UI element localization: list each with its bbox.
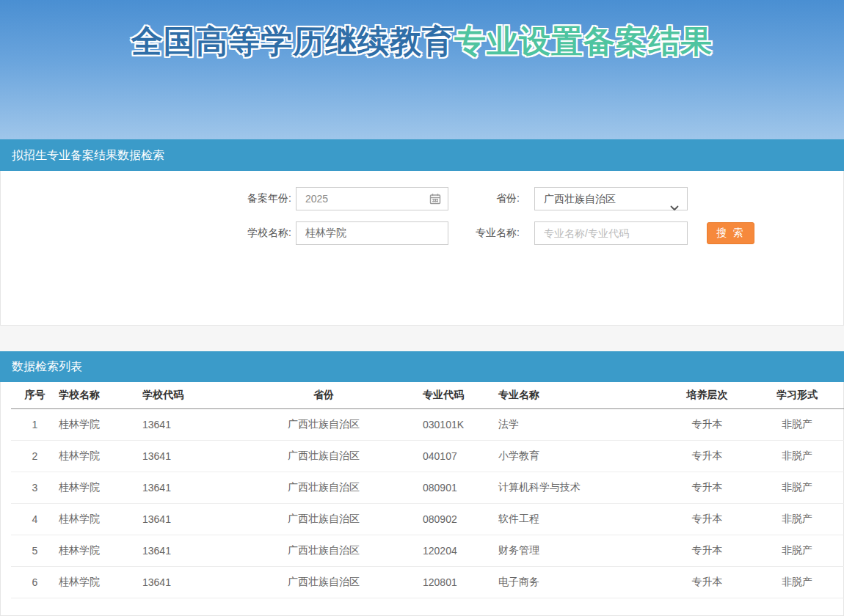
form-row-1: 备案年份: 省份: (170, 187, 843, 210)
form-row-2: 学校名称: 专业名称: 搜 索 (170, 221, 843, 245)
table-cell: 法学 (498, 408, 665, 440)
table-cell: 13641 (142, 535, 243, 566)
table-cell: 非脱产 (749, 440, 844, 472)
year-field (296, 187, 448, 210)
column-header: 专业名称 (498, 382, 665, 408)
table-cell: 13641 (142, 440, 243, 472)
table-row: 5桂林学院13641广西壮族自治区120204财务管理专升本非脱产 (11, 535, 844, 566)
table-cell: 040107 (404, 440, 498, 472)
table-cell: 非脱产 (749, 566, 844, 598)
table-cell: 软件工程 (498, 503, 665, 535)
table-cell: 桂林学院 (59, 408, 142, 440)
table-header-row: 序号学校名称学校代码省份专业代码专业名称培养层次学习形式 (11, 382, 844, 408)
table-cell: 6 (11, 566, 59, 598)
table-cell: 13641 (142, 566, 243, 598)
year-input[interactable] (296, 187, 448, 210)
table-cell: 广西壮族自治区 (243, 408, 404, 440)
table-cell: 广西壮族自治区 (243, 566, 404, 598)
table-cell: 专升本 (665, 535, 749, 566)
page-title: 全国高等学历继续教育专业设置备案结果 (0, 24, 844, 59)
year-label: 备案年份: (170, 192, 291, 205)
table-cell: 专升本 (665, 472, 749, 503)
table-cell: 非脱产 (749, 408, 844, 440)
table-cell: 3 (11, 472, 59, 503)
table-cell: 桂林学院 (59, 566, 142, 598)
page-title-part1: 全国高等学历继续教育 (131, 23, 454, 59)
table-cell: 计算机科学与技术 (498, 472, 665, 503)
results-table-head: 序号学校名称学校代码省份专业代码专业名称培养层次学习形式 (11, 382, 844, 408)
table-cell: 120204 (404, 535, 498, 566)
column-header: 学习形式 (749, 382, 844, 408)
table-cell: 13641 (142, 408, 243, 440)
table-cell: 非脱产 (749, 503, 844, 535)
results-panel: 数据检索列表 序号学校名称学校代码省份专业代码专业名称培养层次学习形式 1桂林学… (0, 351, 844, 616)
table-cell: 广西壮族自治区 (243, 535, 404, 566)
table-cell: 13641 (142, 472, 243, 503)
table-cell: 财务管理 (498, 535, 665, 566)
table-row: 1桂林学院13641广西壮族自治区030101K法学专升本非脱产 (11, 408, 844, 440)
table-cell: 030101K (404, 408, 498, 440)
chevron-down-icon (670, 197, 679, 219)
table-cell: 非脱产 (749, 472, 844, 503)
major-label: 专业名称: (448, 227, 520, 240)
major-field (534, 221, 688, 245)
table-cell: 2 (11, 440, 59, 472)
column-header: 学校名称 (59, 382, 142, 408)
table-cell: 电子商务 (498, 566, 665, 598)
major-input[interactable] (534, 221, 688, 245)
column-header: 学校代码 (142, 382, 243, 408)
table-row: 4桂林学院13641广西壮族自治区080902软件工程专升本非脱产 (11, 503, 844, 535)
table-row: 6桂林学院13641广西壮族自治区120801电子商务专升本非脱产 (11, 566, 844, 598)
results-panel-body: 序号学校名称学校代码省份专业代码专业名称培养层次学习形式 1桂林学院13641广… (0, 382, 844, 616)
table-cell: 1 (11, 408, 59, 440)
results-table-body: 1桂林学院13641广西壮族自治区030101K法学专升本非脱产2桂林学院136… (11, 408, 844, 598)
column-header: 专业代码 (404, 382, 498, 408)
table-cell: 4 (11, 503, 59, 535)
school-field (296, 221, 448, 245)
table-cell: 5 (11, 535, 59, 566)
school-input[interactable] (296, 221, 448, 245)
table-cell: 专升本 (665, 440, 749, 472)
calendar-icon[interactable] (429, 193, 441, 208)
table-cell: 小学教育 (498, 440, 665, 472)
column-header: 培养层次 (665, 382, 749, 408)
province-select-value: 广西壮族自治区 (544, 193, 616, 205)
table-cell: 专升本 (665, 566, 749, 598)
table-cell: 广西壮族自治区 (243, 472, 404, 503)
table-cell: 专升本 (665, 503, 749, 535)
search-panel-body: 备案年份: 省份: (0, 171, 844, 326)
results-panel-header: 数据检索列表 (0, 351, 844, 382)
section-gap (0, 326, 844, 351)
table-cell: 桂林学院 (59, 535, 142, 566)
table-cell: 13641 (142, 503, 243, 535)
table-cell: 广西壮族自治区 (243, 440, 404, 472)
table-cell: 桂林学院 (59, 472, 142, 503)
page-title-part2: 专业设置备案结果 (454, 23, 713, 59)
school-label: 学校名称: (170, 227, 291, 240)
table-row: 3桂林学院13641广西壮族自治区080901计算机科学与技术专升本非脱产 (11, 472, 844, 503)
table-cell: 专升本 (665, 408, 749, 440)
province-label: 省份: (448, 192, 520, 205)
table-cell: 080901 (404, 472, 498, 503)
table-cell: 080902 (404, 503, 498, 535)
results-table: 序号学校名称学校代码省份专业代码专业名称培养层次学习形式 1桂林学院13641广… (11, 382, 844, 598)
province-select[interactable]: 广西壮族自治区 (534, 187, 688, 210)
table-cell: 广西壮族自治区 (243, 503, 404, 535)
search-button[interactable]: 搜 索 (707, 222, 754, 244)
table-cell: 桂林学院 (59, 503, 142, 535)
table-row: 2桂林学院13641广西壮族自治区040107小学教育专升本非脱产 (11, 440, 844, 472)
column-header: 序号 (11, 382, 59, 408)
column-header: 省份 (243, 382, 404, 408)
table-cell: 非脱产 (749, 535, 844, 566)
table-cell: 120801 (404, 566, 498, 598)
banner: 全国高等学历继续教育专业设置备案结果 (0, 0, 844, 139)
search-panel-header: 拟招生专业备案结果数据检索 (0, 139, 844, 171)
table-cell: 桂林学院 (59, 440, 142, 472)
search-panel: 拟招生专业备案结果数据检索 备案年份: (0, 139, 844, 326)
